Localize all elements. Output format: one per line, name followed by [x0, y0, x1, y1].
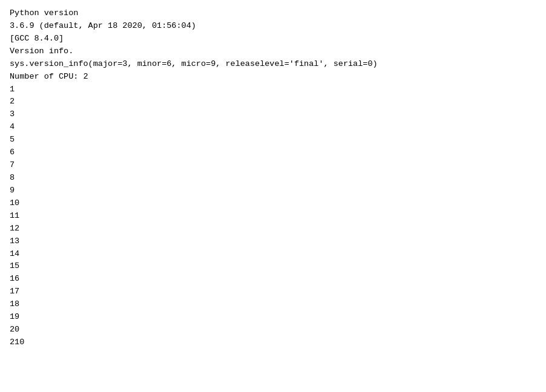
output-line: [GCC 8.4.0]	[10, 33, 536, 45]
output-line: 210	[10, 336, 536, 349]
output-line: 5	[10, 134, 536, 146]
output-line: sys.version_info(major=3, minor=6, micro…	[10, 58, 536, 71]
output-line: 17	[10, 286, 536, 298]
output-line: 20	[10, 324, 536, 336]
output-line: 14	[10, 248, 536, 261]
output-line: 11	[10, 210, 536, 223]
output-line: 15	[10, 260, 536, 273]
output-line: 18	[10, 298, 536, 311]
output-line: Python version	[10, 7, 536, 20]
output-line: 19	[10, 311, 536, 324]
output-line: 1	[10, 83, 536, 96]
output-line: 3	[10, 108, 536, 121]
output-line: 6	[10, 146, 536, 159]
output-line: Version info.	[10, 45, 536, 58]
output-block: Python version3.6.9 (default, Apr 18 202…	[10, 7, 536, 349]
output-line: 9	[10, 185, 536, 197]
output-line: 12	[10, 223, 536, 235]
output-line: 8	[10, 172, 536, 185]
output-line: 16	[10, 273, 536, 286]
output-line: 10	[10, 197, 536, 210]
output-line: 4	[10, 121, 536, 134]
output-line: 2	[10, 96, 536, 108]
output-line: 13	[10, 235, 536, 248]
output-line: 7	[10, 159, 536, 172]
output-line: 3.6.9 (default, Apr 18 2020, 01:56:04)	[10, 20, 536, 33]
output-line: Number of CPU: 2	[10, 71, 536, 83]
